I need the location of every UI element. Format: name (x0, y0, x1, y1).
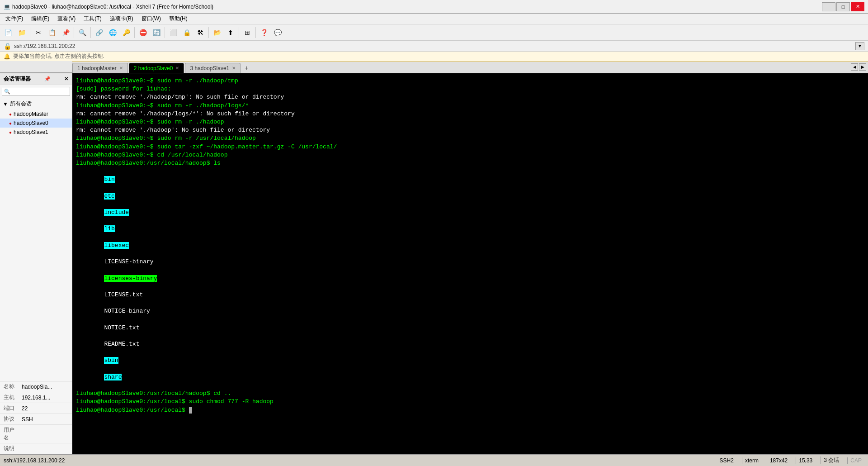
menu-file[interactable]: 文件(F) (2, 14, 27, 24)
info-label-protocol: 协议 (0, 414, 18, 425)
tree-group-label: 所有会话 (10, 100, 32, 108)
toolbar-open[interactable]: 📁 (15, 26, 28, 39)
toolbar-paste[interactable]: 📌 (59, 26, 72, 39)
term-line-12: liuhao@hadoopSlave0:/usr/local/hadoop$ c… (76, 390, 864, 398)
info-panel: 名称 hadoopSla... 主机 192.168.1... 端口 22 协议… (0, 381, 72, 454)
sidebar-search-input[interactable] (2, 87, 70, 96)
ls-include: include (104, 209, 129, 216)
ls-licenses-binary: licenses-binary (104, 275, 157, 282)
menu-window[interactable]: 窗口(W) (138, 14, 165, 24)
menu-edit[interactable]: 编辑(E) (28, 14, 53, 24)
toolbar-maximize-pane[interactable]: ⬜ (167, 26, 179, 39)
toolbar-upload[interactable]: ⬆ (224, 26, 237, 39)
ssh-dropdown-btn[interactable]: ▼ (855, 42, 864, 50)
ls-bin: bin (104, 176, 114, 183)
window-title: hadoopSlave0 - liuhao@hadoopSlave0: /usr… (12, 4, 822, 10)
tree-expand-icon: ▼ (3, 101, 8, 107)
notice-text: 要添加当前会话, 点击左侧的箭头按钮. (13, 52, 104, 60)
session-dot-master: ● (9, 112, 12, 117)
ls-readme-txt: README.txt (104, 341, 139, 347)
toolbar-stop[interactable]: ⛔ (137, 26, 149, 39)
toolbar-sep3 (90, 27, 91, 38)
term-line-11: liuhao@hadoopSlave0:/usr/local/hadoop$ l… (76, 159, 864, 167)
toolbar: 📄 📁 ✂ 📋 📌 🔍 🔗 🌐 🔑 ⛔ 🔄 ⬜ 🔒 🛠 📂 ⬆ ⊞ ❓ 💬 (0, 24, 868, 41)
toolbar-sep2 (74, 27, 74, 38)
toolbar-key[interactable]: 🔑 (120, 26, 132, 39)
toolbar-lock[interactable]: 🔒 (180, 26, 193, 39)
sidebar-item-hadoopslave1[interactable]: ● hadoopSlave1 (0, 128, 72, 137)
toolbar-folder[interactable]: 📂 (211, 26, 223, 39)
tab-prev-arrow[interactable]: ◀ (851, 63, 858, 71)
close-button[interactable]: ✕ (851, 2, 864, 11)
toolbar-sep7 (239, 27, 239, 38)
sidebar-search-area (0, 85, 72, 98)
session-dot-slave1: ● (9, 130, 12, 135)
tree-group-all-sessions[interactable]: ▼ 所有会话 (0, 98, 72, 109)
tab-2-close[interactable]: ✕ (175, 66, 179, 71)
minimize-button[interactable]: ─ (822, 2, 835, 11)
info-table: 名称 hadoopSla... 主机 192.168.1... 端口 22 协议… (0, 381, 72, 454)
titlebar: 💻 hadoopSlave0 - liuhao@hadoopSlave0: /u… (0, 0, 868, 14)
term-line-8: liuhao@hadoopSlave0:~$ sudo rm -r /usr/l… (76, 134, 864, 143)
info-label-port: 端口 (0, 403, 18, 414)
menu-tabs[interactable]: 选项卡(B) (106, 14, 137, 24)
maximize-button[interactable]: □ (836, 2, 850, 11)
toolbar-new[interactable]: 📄 (2, 26, 14, 39)
tab-next-arrow[interactable]: ▶ (859, 63, 866, 71)
info-value-username (18, 425, 72, 443)
session-label-master: hadoopMaster (14, 111, 48, 117)
sidebar-item-hadoopmaster[interactable]: ● hadoopMaster (0, 109, 72, 119)
status-size: 187x42 (767, 457, 790, 464)
toolbar-connect[interactable]: 🔗 (93, 26, 105, 39)
menubar: 文件(F) 编辑(E) 查看(V) 工具(T) 选项卡(B) 窗口(W) 帮助(… (0, 14, 868, 24)
info-row-host: 主机 192.168.1... (0, 392, 72, 403)
sidebar-header: 会话管理器 📌 ✕ (0, 73, 72, 85)
terminal[interactable]: liuhao@hadoopSlave0:~$ sudo rm -r ./hado… (72, 73, 868, 454)
info-row-username: 用户名 (0, 425, 72, 443)
toolbar-copy[interactable]: 📋 (46, 26, 58, 39)
toolbar-refresh[interactable]: 🔄 (150, 26, 163, 39)
menu-view[interactable]: 查看(V) (54, 14, 79, 24)
status-cursor-pos: 15,33 (796, 457, 815, 464)
sidebar-title: 会话管理器 (4, 75, 31, 83)
status-right: SSH2 xterm 187x42 15,33 3 会话 CAP (717, 456, 864, 464)
menu-help[interactable]: 帮助(H) (165, 14, 191, 24)
term-line-13: liuhao@hadoopSlave0:/usr/local$ sudo chm… (76, 398, 864, 406)
term-line-6: liuhao@hadoopSlave0:~$ sudo rm -r ./hado… (76, 118, 864, 126)
sidebar: 会话管理器 📌 ✕ ▼ 所有会话 ● hadoopMaster ● hadoop… (0, 73, 72, 454)
session-label-slave0: hadoopSlave0 (14, 120, 48, 126)
term-line-ls: bin etc include lib libexec LICENSE-bina… (76, 167, 864, 390)
toolbar-layout[interactable]: ⊞ (241, 26, 254, 39)
ls-license-binary: LICENSE-binary (104, 258, 153, 265)
toolbar-cut[interactable]: ✂ (32, 26, 45, 39)
ls-notice-binary: NOTICE-binary (104, 308, 150, 314)
toolbar-chat[interactable]: 💬 (271, 26, 284, 39)
info-value-desc (18, 443, 72, 454)
toolbar-help[interactable]: ❓ (258, 26, 270, 39)
ls-libexec: libexec (104, 242, 129, 249)
toolbar-earth[interactable]: 🌐 (106, 26, 119, 39)
tabs-bar: 1 hadoopMaster ✕ 2 hadoopSlave0 ✕ 3 hado… (0, 62, 868, 73)
sidebar-close-icon[interactable]: ✕ (64, 76, 68, 82)
sessions-tree: ▼ 所有会话 ● hadoopMaster ● hadoopSlave0 ● h… (0, 98, 72, 381)
toolbar-tools2[interactable]: 🛠 (194, 26, 207, 39)
tab-hadoopslave0[interactable]: 2 hadoopSlave0 ✕ (129, 63, 184, 73)
toolbar-find[interactable]: 🔍 (76, 26, 89, 39)
add-tab-button[interactable]: + (241, 63, 251, 73)
toolbar-sep6 (208, 27, 209, 38)
tab-2-label: 2 hadoopSlave0 (134, 65, 173, 71)
toolbar-sep4 (134, 27, 135, 38)
toolbar-sep1 (30, 27, 30, 38)
ssh-address: ssh://192.168.131.200:22 (14, 43, 75, 49)
session-dot-slave0: ● (9, 121, 12, 126)
term-line-14: liuhao@hadoopSlave0:/usr/local$ (76, 406, 864, 414)
tab-1-close[interactable]: ✕ (119, 66, 123, 71)
menu-tools[interactable]: 工具(T) (80, 14, 105, 24)
info-value-port: 22 (18, 403, 72, 414)
tab-hadoopslave1[interactable]: 3 hadoopSlave1 ✕ (185, 63, 241, 73)
tab-3-close[interactable]: ✕ (232, 66, 236, 71)
tab-hadoopmaster[interactable]: 1 hadoopMaster ✕ (72, 63, 128, 73)
sidebar-item-hadoopslave0[interactable]: ● hadoopSlave0 (0, 119, 72, 128)
term-line-4: liuhao@hadoopSlave0:~$ sudo rm -r ./hado… (76, 102, 864, 110)
info-value-protocol: SSH (18, 414, 72, 425)
